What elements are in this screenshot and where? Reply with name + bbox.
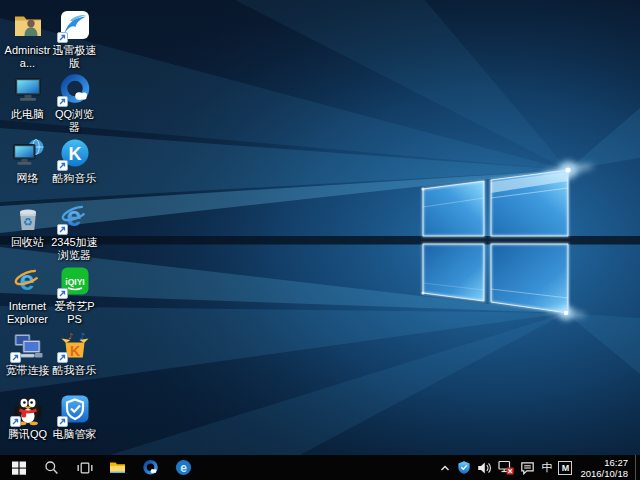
volume-button[interactable]: [474, 455, 495, 480]
shield-icon: [457, 460, 471, 475]
ime-language-indicator[interactable]: M: [558, 461, 572, 475]
taskbar: e: [0, 455, 640, 480]
svg-text:♪: ♪: [68, 332, 73, 341]
task-view-button[interactable]: [68, 455, 101, 480]
shortcut-arrow-overlay: [10, 416, 21, 427]
shortcut-arrow-overlay: [10, 352, 21, 363]
desktop-icon-network[interactable]: 网络: [4, 134, 51, 198]
internet-explorer-icon: e: [11, 264, 45, 298]
desktop-icon-2345-browser[interactable]: e 2345加速浏览器: [51, 198, 98, 262]
desktop-icon-this-pc[interactable]: 此电脑: [4, 70, 51, 134]
qq-browser-icon: [142, 459, 159, 476]
desktop-icon-broadband[interactable]: 宽带连接: [4, 326, 51, 390]
desktop-icon-recycle-bin[interactable]: ♻ 回收站: [4, 198, 51, 262]
shortcut-arrow-overlay: [57, 416, 68, 427]
svg-text:iQIYI: iQIYI: [65, 277, 84, 287]
search-button[interactable]: [35, 455, 68, 480]
task-view-icon: [77, 461, 93, 475]
desktop-icon-label: 腾讯QQ: [8, 428, 47, 441]
shortcut-arrow-overlay: [57, 288, 68, 299]
desktop-icon-label: 2345加速浏览器: [51, 236, 98, 262]
network-disconnected-icon: [498, 460, 514, 475]
taskbar-clock[interactable]: 16:27 2016/10/18: [575, 457, 635, 479]
desktop-area[interactable]: Administra... 此电脑: [0, 0, 640, 455]
desktop-icon-kugou-music[interactable]: K 酷狗音乐: [51, 134, 98, 198]
2345-browser-taskbar-button[interactable]: e: [167, 455, 200, 480]
action-center-button[interactable]: [517, 455, 538, 480]
desktop-icon-label: 爱奇艺PPS: [51, 300, 98, 326]
desktop-icon-kuwo-music[interactable]: ♪ ♪ K 酷我音乐: [51, 326, 98, 390]
desktop-icon-label: 酷狗音乐: [53, 172, 97, 185]
network-icon: [11, 136, 45, 170]
desktop-icon-grid: Administra... 此电脑: [4, 6, 98, 454]
shortcut-arrow-icon: [58, 289, 67, 298]
desktop-icon-thunder[interactable]: 迅雷极速版: [51, 6, 98, 70]
speaker-icon: [477, 461, 492, 475]
desktop-icon-tencent-qq[interactable]: 腾讯QQ: [4, 390, 51, 454]
shortcut-arrow-icon: [11, 417, 20, 426]
desktop-icon-label: 回收站: [11, 236, 44, 249]
shortcut-arrow-icon: [58, 97, 67, 106]
clock-time: 16:27: [580, 457, 628, 468]
shortcut-arrow-icon: [58, 33, 67, 42]
desktop-icon-label: 宽带连接: [6, 364, 50, 377]
desktop-icon-user-folder[interactable]: Administra...: [4, 6, 51, 70]
shortcut-arrow-icon: [11, 353, 20, 362]
clock-date: 2016/10/18: [580, 468, 628, 479]
file-explorer-button[interactable]: [101, 455, 134, 480]
shortcut-arrow-overlay: [57, 352, 68, 363]
taskbar-buttons: e: [0, 455, 200, 480]
shortcut-arrow-overlay: [57, 224, 68, 235]
desktop-icon-label: Administra...: [4, 44, 51, 70]
desktop-icon-label: 此电脑: [11, 108, 44, 121]
desktop-icon-pc-manager[interactable]: 电脑管家: [51, 390, 98, 454]
desktop-icon-label: 迅雷极速版: [51, 44, 98, 70]
this-pc-icon: [11, 72, 45, 106]
shortcut-arrow-overlay: [57, 32, 68, 43]
desktop-icon-internet-explorer[interactable]: e Internet Explorer: [4, 262, 51, 326]
qq-browser-taskbar-button[interactable]: [134, 455, 167, 480]
desktop-icon-label: 网络: [17, 172, 39, 185]
svg-text:♻: ♻: [23, 216, 33, 229]
shortcut-arrow-overlay: [57, 160, 68, 171]
desktop-icon-label: 电脑管家: [53, 428, 97, 441]
user-folder-icon: [11, 8, 45, 42]
recycle-bin-icon: ♻: [11, 200, 45, 234]
file-explorer-icon: [109, 460, 126, 475]
system-tray: 中 M 16:27 2016/10/18: [436, 455, 640, 480]
desktop-icon-label: 酷我音乐: [53, 364, 97, 377]
desktop-icon-iqiyi-pps[interactable]: iQIYI 爱奇艺PPS: [51, 262, 98, 326]
svg-text:K: K: [68, 144, 81, 164]
start-button[interactable]: [2, 455, 35, 480]
action-center-icon: [520, 461, 535, 475]
desktop-icon-label: QQ浏览器: [51, 108, 98, 134]
desktop-icon-label: Internet Explorer: [4, 300, 51, 326]
search-icon: [44, 460, 59, 475]
pc-manager-tray-button[interactable]: [454, 455, 474, 480]
shortcut-arrow-icon: [58, 225, 67, 234]
2345-browser-icon: e: [175, 459, 192, 476]
chevron-up-icon: [439, 462, 451, 474]
windows-desktop: Administra... 此电脑: [0, 0, 640, 480]
shortcut-arrow-overlay: [57, 96, 68, 107]
shortcut-arrow-icon: [58, 353, 67, 362]
shortcut-arrow-icon: [58, 161, 67, 170]
hidden-icons-button[interactable]: [436, 455, 454, 480]
show-desktop-button[interactable]: [635, 455, 640, 480]
network-status-button[interactable]: [495, 455, 517, 480]
desktop-icon-qq-browser[interactable]: QQ浏览器: [51, 70, 98, 134]
windows-start-icon: [11, 460, 27, 476]
ime-mode-indicator[interactable]: 中: [538, 455, 555, 480]
svg-text:K: K: [69, 343, 79, 359]
shortcut-arrow-icon: [58, 417, 67, 426]
svg-text:e: e: [180, 461, 187, 475]
